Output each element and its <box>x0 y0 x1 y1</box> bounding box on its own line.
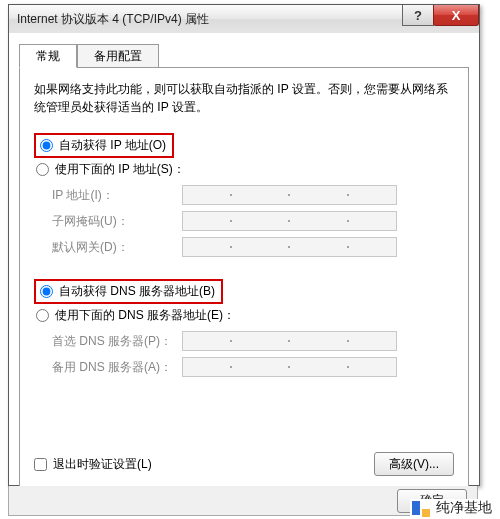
dns-auto-row: 自动获得 DNS 服务器地址(B) <box>34 280 454 302</box>
validate-label: 退出时验证设置(L) <box>53 456 152 473</box>
ip-manual-label: 使用下面的 IP 地址(S)： <box>55 161 185 178</box>
dns-alt-label: 备用 DNS 服务器(A)： <box>52 359 182 376</box>
dns-manual-label: 使用下面的 DNS 服务器地址(E)： <box>55 307 235 324</box>
validate-checkbox-row: 退出时验证设置(L) <box>34 456 152 473</box>
dns-alt-row: 备用 DNS 服务器(A)： <box>52 354 454 380</box>
close-button[interactable]: X <box>433 5 479 26</box>
description-text: 如果网络支持此功能，则可以获取自动指派的 IP 设置。否则，您需要从网络系统管理… <box>34 80 454 116</box>
bottom-row: 退出时验证设置(L) 高级(V)... <box>34 452 454 476</box>
subnet-input[interactable] <box>182 211 397 231</box>
dialog-window: Internet 协议版本 4 (TCP/IPv4) 属性 ? X 常规备用配置… <box>8 4 480 486</box>
dns-manual-radio[interactable] <box>36 309 49 322</box>
gateway-row: 默认网关(D)： <box>52 234 454 260</box>
tab-general[interactable]: 常规 <box>19 44 77 68</box>
ip-address-label: IP 地址(I)： <box>52 187 182 204</box>
ip-address-row: IP 地址(I)： <box>52 182 454 208</box>
tab-alternate[interactable]: 备用配置 <box>77 44 159 68</box>
advanced-button[interactable]: 高级(V)... <box>374 452 454 476</box>
highlight-dns-auto: 自动获得 DNS 服务器地址(B) <box>34 279 223 304</box>
titlebar[interactable]: Internet 协议版本 4 (TCP/IPv4) 属性 ? X <box>9 5 479 34</box>
ip-auto-radio[interactable] <box>40 139 53 152</box>
subnet-row: 子网掩码(U)： <box>52 208 454 234</box>
ip-auto-row: 自动获得 IP 地址(O) <box>34 134 454 156</box>
gateway-input[interactable] <box>182 237 397 257</box>
dns-pref-row: 首选 DNS 服务器(P)： <box>52 328 454 354</box>
tab-panel-general: 如果网络支持此功能，则可以获取自动指派的 IP 设置。否则，您需要从网络系统管理… <box>19 67 469 489</box>
dns-group: 自动获得 DNS 服务器地址(B) 使用下面的 DNS 服务器地址(E)： 首选… <box>34 280 454 380</box>
dns-pref-input[interactable] <box>182 331 397 351</box>
watermark-text: 纯净基地 <box>436 499 492 517</box>
subnet-label: 子网掩码(U)： <box>52 213 182 230</box>
highlight-ip-auto: 自动获得 IP 地址(O) <box>34 133 174 158</box>
dialog-footer: 确定 <box>8 486 478 516</box>
dns-alt-input[interactable] <box>182 357 397 377</box>
client-area: 常规备用配置 如果网络支持此功能，则可以获取自动指派的 IP 设置。否则，您需要… <box>9 33 479 485</box>
ip-manual-radio[interactable] <box>36 163 49 176</box>
dns-pref-label: 首选 DNS 服务器(P)： <box>52 333 182 350</box>
validate-checkbox[interactable] <box>34 458 47 471</box>
dns-auto-radio[interactable] <box>40 285 53 298</box>
dns-auto-label: 自动获得 DNS 服务器地址(B) <box>59 283 215 300</box>
ip-auto-label: 自动获得 IP 地址(O) <box>59 137 166 154</box>
window-title: Internet 协议版本 4 (TCP/IPv4) 属性 <box>9 11 209 28</box>
help-button[interactable]: ? <box>402 5 434 26</box>
ip-group: 自动获得 IP 地址(O) 使用下面的 IP 地址(S)： IP 地址(I)： … <box>34 134 454 260</box>
dns-manual-row: 使用下面的 DNS 服务器地址(E)： <box>34 304 454 326</box>
window-buttons: ? X <box>403 5 479 25</box>
watermark-logo-icon <box>412 499 430 517</box>
tabstrip: 常规备用配置 <box>19 43 469 67</box>
watermark: 纯净基地 <box>410 499 494 517</box>
gateway-label: 默认网关(D)： <box>52 239 182 256</box>
ip-address-input[interactable] <box>182 185 397 205</box>
ip-manual-row: 使用下面的 IP 地址(S)： <box>34 158 454 180</box>
